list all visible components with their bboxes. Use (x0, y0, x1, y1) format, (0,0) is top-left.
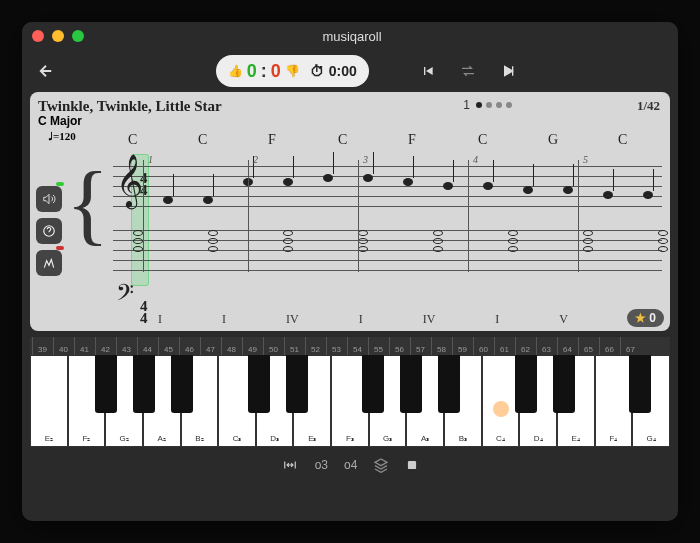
thumbs-down-icon: 👎 (285, 64, 300, 78)
barline (143, 160, 144, 272)
ruler-tick: 62 (515, 337, 535, 355)
white-key[interactable]: C₄4 (482, 355, 520, 447)
roman-numeral: IV (423, 312, 436, 327)
time-signature-bottom: 44 (140, 300, 148, 324)
ruler-tick: 41 (74, 337, 94, 355)
black-key[interactable] (248, 355, 270, 413)
barline (248, 160, 249, 272)
chord-symbols-row: CCFCFCGC (128, 132, 662, 146)
ruler-tick: 61 (494, 337, 514, 355)
page-counter: 1/42 (637, 98, 660, 114)
accuracy-score: 👍 0 : 0 👎 (228, 61, 300, 82)
black-key[interactable] (515, 355, 537, 413)
treble-notes (163, 174, 678, 204)
black-key[interactable] (95, 355, 117, 413)
ruler-tick: 47 (200, 337, 220, 355)
piano-keyboard: E₂F₂G₂A₂B₂C₃D₃E₃F₃G₃A₃B₃C₄4D₄E₄F₄G₄ (30, 355, 670, 447)
stop-button[interactable] (405, 458, 419, 472)
close-window-button[interactable] (32, 30, 44, 42)
ruler-tick: 51 (284, 337, 304, 355)
skip-previous-button[interactable] (412, 55, 444, 87)
sound-toggle-button[interactable] (36, 186, 62, 212)
timer-value: 0:00 (329, 63, 357, 79)
traffic-lights (32, 30, 84, 42)
minimize-window-button[interactable] (52, 30, 64, 42)
ruler-tick: 45 (158, 337, 178, 355)
timer: ⏱ 0:00 (310, 63, 357, 79)
ruler-tick: 58 (431, 337, 451, 355)
wrong-count: 0 (271, 61, 281, 82)
ruler-tick: 48 (221, 337, 241, 355)
titlebar: musiqaroll (22, 22, 678, 50)
play-button[interactable] (492, 55, 524, 87)
nav-dot[interactable] (496, 102, 502, 108)
star-icon: ★ (635, 311, 646, 325)
white-key[interactable]: E₂ (30, 355, 68, 447)
octave-low-button[interactable]: o3 (315, 458, 328, 472)
star-badge[interactable]: ★ 0 (627, 309, 664, 327)
piano-ruler[interactable]: 3940414243444546474849505152535455565758… (30, 337, 670, 355)
ruler-tick: 49 (242, 337, 262, 355)
roman-numeral: I (495, 312, 499, 327)
black-key[interactable] (400, 355, 422, 413)
barline (578, 160, 579, 272)
settings-button[interactable] (36, 250, 62, 276)
ruler-tick: 54 (347, 337, 367, 355)
ruler-tick: 64 (557, 337, 577, 355)
barline (358, 160, 359, 272)
white-key[interactable]: F₄ (595, 355, 633, 447)
ruler-tick: 65 (578, 337, 598, 355)
black-key[interactable] (286, 355, 308, 413)
layers-button[interactable] (373, 457, 389, 473)
ruler-tick: 56 (389, 337, 409, 355)
ruler-tick: 59 (452, 337, 472, 355)
ruler-tick: 44 (137, 337, 157, 355)
ruler-tick: 55 (368, 337, 388, 355)
black-key[interactable] (171, 355, 193, 413)
stopwatch-icon: ⏱ (310, 63, 324, 79)
ruler-tick: 52 (305, 337, 325, 355)
song-title: Twinkle, Twinkle, Little Star (38, 98, 222, 115)
roman-numeral: I (158, 312, 162, 327)
black-key[interactable] (438, 355, 460, 413)
ruler-tick: 40 (53, 337, 73, 355)
black-key[interactable] (629, 355, 651, 413)
page-dots: 1 (463, 98, 512, 112)
measure-number: 3 (363, 154, 368, 165)
chord-symbol: G (548, 132, 558, 146)
back-button[interactable] (30, 55, 62, 87)
help-button[interactable] (36, 218, 62, 244)
nav-dot[interactable] (486, 102, 492, 108)
loop-button[interactable] (452, 55, 484, 87)
chord-symbol: C (338, 132, 348, 146)
roman-numeral: I (359, 312, 363, 327)
black-key[interactable] (133, 355, 155, 413)
ruler-tick: 60 (473, 337, 493, 355)
song-key: C Major (38, 114, 82, 128)
correct-count: 0 (247, 61, 257, 82)
ruler-tick: 67 (620, 337, 640, 355)
chord-symbol: F (268, 132, 278, 146)
nav-dot[interactable] (476, 102, 482, 108)
nav-dot[interactable] (506, 102, 512, 108)
ruler-tick: 39 (32, 337, 52, 355)
measure-number: 1 (148, 154, 153, 165)
measure-number: 4 (473, 154, 478, 165)
octave-high-button[interactable]: o4 (344, 458, 357, 472)
thumbs-up-icon: 👍 (228, 64, 243, 78)
fit-width-button[interactable] (281, 458, 299, 472)
black-key[interactable] (553, 355, 575, 413)
ruler-tick: 53 (326, 337, 346, 355)
roman-numeral: I (222, 312, 226, 327)
chord-symbol: C (478, 132, 488, 146)
treble-clef-icon: 𝄞 (116, 154, 143, 208)
barline (468, 160, 469, 272)
chord-symbol: C (198, 132, 208, 146)
chord-symbol: C (618, 132, 628, 146)
app-window: musiqaroll 👍 0 : 0 👎 ⏱ 0:00 (22, 22, 678, 521)
bass-chords (133, 230, 668, 252)
zoom-window-button[interactable] (72, 30, 84, 42)
score-timer-pill: 👍 0 : 0 👎 ⏱ 0:00 (216, 55, 369, 87)
black-key[interactable] (362, 355, 384, 413)
roman-numeral: V (559, 312, 568, 327)
